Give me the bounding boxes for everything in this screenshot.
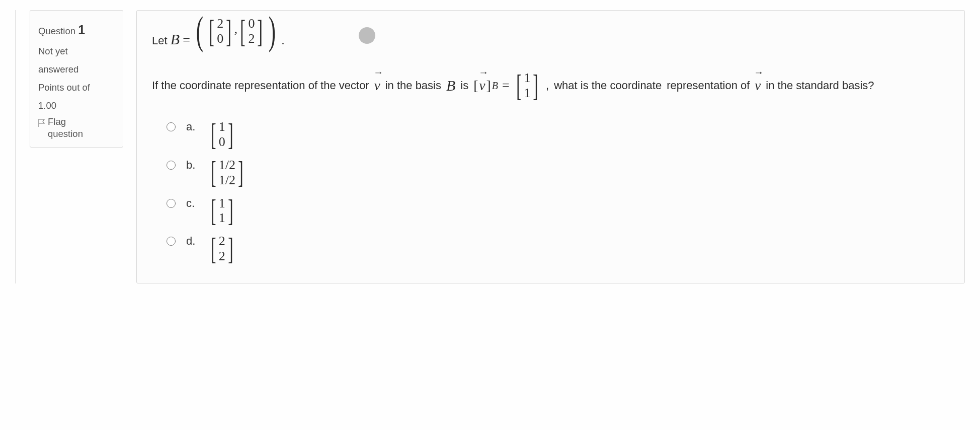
basis-tuple: ( [ 2 0 ] , [ <box>193 16 279 47</box>
flag-question-link[interactable]: Flag question <box>38 116 83 140</box>
points-info: Points out of 1.00 <box>38 79 111 115</box>
question-info-panel: Question 1 Not yet answered Points out o… <box>30 10 123 148</box>
answer-vector-a: [ 10 ] <box>208 119 235 150</box>
answer-letter: b. <box>186 159 199 172</box>
flag-label: Flag question <box>48 116 83 140</box>
basis-symbol: B <box>171 31 180 47</box>
question-text: Let B = ( [ 2 0 ] , <box>152 16 949 105</box>
answer-option-b[interactable]: b. [ 1/21/2 ] <box>164 158 949 188</box>
answer-letter: a. <box>186 120 199 133</box>
question-prompt: If the coordinate representation of the … <box>152 66 949 105</box>
flag-icon <box>38 118 45 130</box>
radio-c[interactable] <box>167 199 176 208</box>
radio-a[interactable] <box>167 122 176 131</box>
answer-option-d[interactable]: d. [ 22 ] <box>164 234 949 264</box>
question-container: Question 1 Not yet answered Points out o… <box>15 10 965 283</box>
answer-vector-b: [ 1/21/2 ] <box>208 158 246 188</box>
question-number-value: 1 <box>78 23 85 37</box>
basis-vector-1: [ 2 0 ] <box>206 16 234 46</box>
coord-expression: [v]B = [ 1 1 ] <box>473 67 541 104</box>
answer-option-a[interactable]: a. [ 10 ] <box>164 119 949 150</box>
coord-vector: [ 1 1 ] <box>514 70 541 101</box>
basis-definition-line: Let B = ( [ 2 0 ] , <box>152 16 949 55</box>
status-indicator-icon <box>359 27 375 44</box>
answer-vector-c: [ 11 ] <box>208 196 235 226</box>
answer-letter: d. <box>186 235 199 248</box>
answer-status: Not yet answered <box>38 42 111 79</box>
answer-vector-d: [ 22 ] <box>208 234 235 264</box>
radio-b[interactable] <box>167 161 176 170</box>
answer-option-c[interactable]: c. [ 11 ] <box>164 196 949 226</box>
vector-v: v <box>374 68 380 103</box>
basis-vector-2: [ 0 2 ] <box>237 16 266 46</box>
question-label: Question <box>38 26 75 36</box>
answer-options: a. [ 10 ] b. [ 1/21/2 ] c. <box>164 119 949 264</box>
question-number: Question 1 <box>38 18 111 42</box>
radio-d[interactable] <box>167 237 176 246</box>
answer-letter: c. <box>186 197 199 210</box>
question-content: Let B = ( [ 2 0 ] , <box>136 10 965 283</box>
points-value: 1.00 <box>38 100 56 111</box>
